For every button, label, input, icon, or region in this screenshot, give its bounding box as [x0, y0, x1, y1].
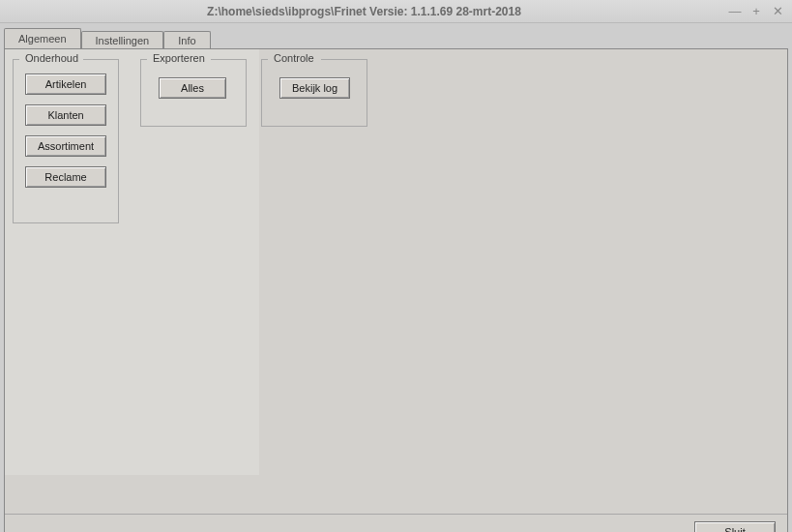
group-controle: Controle Bekijk log	[261, 59, 367, 127]
tab-info[interactable]: Info	[163, 31, 210, 49]
alles-button[interactable]: Alles	[159, 77, 226, 99]
group-onderhoud-legend: Onderhoud	[21, 52, 82, 64]
group-exporteren: Exporteren Alles	[140, 59, 247, 127]
group-controle-legend: Controle	[270, 52, 318, 64]
tab-algemeen[interactable]: Algemeen	[4, 28, 81, 48]
footer-bar: Sluit	[5, 514, 787, 532]
reclame-button[interactable]: Reclame	[25, 166, 106, 188]
klanten-button[interactable]: Klanten	[25, 104, 106, 126]
tab-instellingen[interactable]: Instellingen	[81, 31, 164, 49]
assortiment-button[interactable]: Assortiment	[25, 135, 106, 157]
maximize-icon[interactable]: +	[748, 3, 765, 20]
titlebar: Z:\home\sieds\ibprogs\Frinet Versie: 1.1…	[0, 0, 792, 23]
group-exporteren-legend: Exporteren	[149, 52, 209, 64]
close-icon[interactable]: ✕	[769, 3, 786, 20]
tab-panel: Onderhoud Artikelen Klanten Assortiment …	[4, 48, 788, 532]
artikelen-button[interactable]: Artikelen	[25, 74, 106, 95]
sluit-button[interactable]: Sluit	[694, 521, 776, 533]
bekijk-log-button[interactable]: Bekijk log	[279, 77, 350, 99]
tab-strip: Algemeen Instellingen Info	[4, 27, 788, 48]
minimize-icon[interactable]: —	[726, 3, 744, 20]
window-title: Z:\home\sieds\ibprogs\Frinet Versie: 1.1…	[6, 5, 722, 18]
group-onderhoud: Onderhoud Artikelen Klanten Assortiment …	[13, 59, 119, 223]
